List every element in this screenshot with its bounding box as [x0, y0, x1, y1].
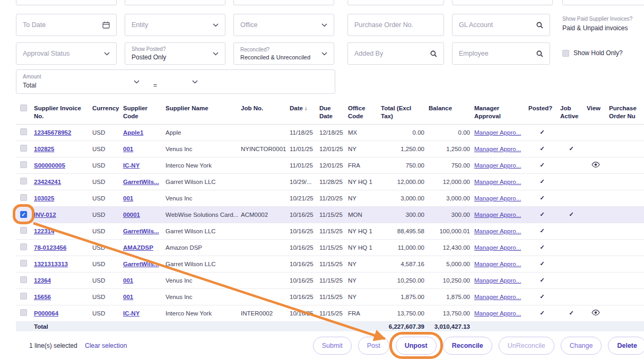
row-checkbox[interactable] [20, 260, 27, 267]
office-select[interactable]: Office [233, 14, 334, 36]
gl-account-lookup[interactable]: GL Account [452, 14, 550, 36]
col-supplier-name[interactable]: Supplier Name [163, 102, 239, 124]
clear-selection-link[interactable]: Clear selection [85, 337, 127, 355]
supplier-code-link[interactable]: Apple1 [123, 129, 143, 136]
invoice-no-link[interactable]: 78-0123456 [34, 244, 66, 251]
col-supplier-code[interactable]: Supplier Code [121, 102, 163, 124]
row-checkbox[interactable] [20, 161, 27, 168]
row-checkbox[interactable] [20, 243, 27, 250]
row-checkbox[interactable] [20, 276, 27, 283]
employee-lookup[interactable]: Employee [452, 42, 550, 65]
view-eye-icon[interactable] [591, 310, 600, 315]
row-checkbox[interactable] [20, 178, 27, 185]
filter-field-cutoff-5[interactable] [452, 0, 553, 5]
row-checkbox[interactable] [20, 227, 27, 234]
invoice-no-link[interactable]: 102825 [34, 146, 54, 152]
select-all-checkbox[interactable] [20, 104, 27, 111]
supplier-code-link[interactable]: 00001 [123, 212, 140, 218]
col-date[interactable]: Date↓ [288, 102, 317, 124]
supplier-code-link[interactable]: IC-NY [123, 310, 140, 317]
change-button[interactable]: Change [561, 337, 602, 355]
invoice-no-link[interactable]: 12345678952 [34, 129, 71, 136]
invoice-no-link[interactable]: INV-012 [34, 212, 56, 218]
invoice-no-link[interactable]: 12364 [34, 277, 51, 284]
reconcile-button[interactable]: Reconcile [443, 337, 492, 355]
filter-field-cutoff-2[interactable] [125, 0, 225, 5]
delete-button[interactable]: Delete [608, 337, 644, 355]
row-checkbox[interactable] [20, 128, 27, 135]
manager-approval-link[interactable]: Manager Appro... [474, 277, 521, 284]
show-posted-select[interactable]: Show Posted? Posted Only [125, 42, 225, 65]
manager-approval-link[interactable]: Manager Appro... [474, 212, 521, 218]
unreconcile-button[interactable]: UnReconcile [499, 337, 554, 355]
invoice-no-link[interactable]: 103025 [34, 195, 54, 201]
col-view[interactable]: View [585, 102, 607, 124]
supplier-code-link[interactable]: IC-NY [123, 162, 140, 169]
manager-approval-link[interactable]: Manager Appro... [474, 294, 521, 300]
calendar-icon[interactable] [102, 21, 110, 29]
col-due-date[interactable]: Due Date [317, 102, 346, 124]
purchase-order-no-input[interactable]: Purchase Order No. [347, 14, 444, 36]
invoice-no-link[interactable]: 122314 [34, 228, 54, 234]
col-manager-approval[interactable]: Manager Approval [472, 102, 526, 124]
invoice-no-link[interactable]: 23424241 [34, 179, 61, 185]
manager-approval-link[interactable]: Manager Appro... [474, 129, 521, 136]
row-checkbox[interactable]: ✓ [20, 211, 27, 218]
filter-field-cutoff-6[interactable] [562, 0, 644, 5]
col-office-code[interactable]: Office Code [346, 102, 379, 124]
manager-approval-link[interactable]: Manager Appro... [474, 146, 521, 152]
post-button[interactable]: Post [358, 337, 389, 355]
manager-approval-link[interactable]: Manager Appro... [474, 310, 521, 317]
manager-approval-link[interactable]: Manager Appro... [474, 228, 521, 234]
manager-approval-link[interactable]: Manager Appro... [474, 195, 521, 201]
reconciled-select[interactable]: Reconciled? Reconciled & Unreconciled [233, 42, 334, 65]
manager-approval-link[interactable]: Manager Appro... [474, 244, 521, 251]
manager-approval-link[interactable]: Manager Appro... [474, 162, 521, 169]
col-job-no[interactable]: Job No. [239, 102, 288, 124]
col-currency[interactable]: Currency [90, 102, 121, 124]
invoice-no-link[interactable]: 1321313313 [34, 261, 68, 267]
chevron-down-icon[interactable] [192, 80, 198, 84]
to-date-field[interactable]: To Date [16, 14, 117, 36]
supplier-code-link[interactable]: GarretWils... [123, 179, 159, 185]
invoice-no-link[interactable]: S00000005 [34, 162, 65, 169]
chevron-down-icon[interactable] [134, 80, 140, 84]
col-total-excl-tax[interactable]: Total (Excl Tax) [379, 102, 427, 124]
submit-button[interactable]: Submit [313, 337, 352, 355]
col-job-active[interactable]: Job Active [558, 102, 585, 124]
entity-select[interactable]: Entity [125, 14, 225, 36]
row-checkbox[interactable] [20, 145, 27, 152]
search-icon[interactable] [536, 22, 543, 29]
search-icon[interactable] [430, 50, 437, 57]
show-hold-only-checkbox[interactable] [562, 50, 569, 57]
view-eye-icon[interactable] [591, 162, 600, 168]
filter-field-cutoff-1[interactable] [16, 0, 117, 5]
filter-field-cutoff-4[interactable] [347, 0, 444, 5]
row-checkbox[interactable] [20, 194, 27, 201]
col-purchase-order-no[interactable]: Purchase Order Nu [607, 102, 644, 124]
search-icon[interactable] [536, 50, 543, 57]
manager-approval-link[interactable]: Manager Appro... [474, 261, 521, 267]
amount-operator[interactable]: = [153, 82, 157, 89]
added-by-lookup[interactable]: Added By [347, 42, 444, 65]
supplier-code-link[interactable]: GarretWils... [123, 228, 159, 234]
filter-field-cutoff-3[interactable] [233, 0, 334, 5]
supplier-code-link[interactable]: 001 [123, 277, 133, 284]
show-paid-select[interactable]: Show Paid Supplier Invoices? Paid & Unpa… [562, 16, 632, 32]
col-balance[interactable]: Balance [427, 102, 472, 124]
supplier-code-link[interactable]: GarretWils... [123, 261, 159, 267]
approval-status-select[interactable]: Approval Status [16, 42, 117, 65]
supplier-code-link[interactable]: 001 [123, 146, 133, 152]
unpost-button[interactable]: Unpost [396, 337, 437, 355]
invoice-no-link[interactable]: 15656 [34, 294, 51, 300]
col-supplier-invoice-no[interactable]: Supplier Invoice No. [32, 102, 90, 124]
supplier-code-link[interactable]: 001 [123, 195, 133, 201]
row-checkbox[interactable] [20, 293, 27, 300]
col-posted[interactable]: Posted? [526, 102, 558, 124]
manager-approval-link[interactable]: Manager Appro... [474, 179, 521, 185]
invoice-no-link[interactable]: P000064 [34, 310, 58, 317]
supplier-code-link[interactable]: 001 [123, 294, 133, 300]
amount-filter[interactable]: Amount Total = [16, 69, 335, 94]
supplier-code-link[interactable]: AMAZDSP [123, 244, 153, 251]
row-checkbox[interactable] [20, 309, 27, 316]
